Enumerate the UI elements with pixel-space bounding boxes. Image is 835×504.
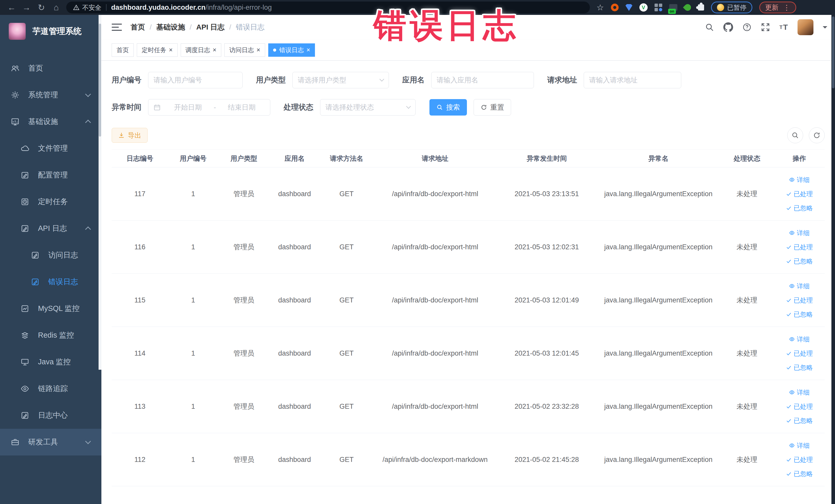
request-url-input[interactable]: 请输入请求地址 [584,72,681,88]
breadcrumb-item-0[interactable]: 首页 [131,22,145,32]
bookmark-star-icon[interactable]: ☆ [596,3,604,12]
reload-icon[interactable]: ↻ [34,2,49,13]
extension-orange-icon[interactable] [611,4,618,11]
close-tab-icon[interactable]: × [169,47,173,53]
sidebar-item-3[interactable]: 文件管理 [0,135,101,162]
sidebar-scrollbar[interactable] [99,15,101,370]
action-check-link[interactable]: 已忽略 [786,310,813,319]
export-button[interactable]: 导出 [111,128,148,143]
action-view-link[interactable]: 详细 [789,229,810,237]
breadcrumb-item-1[interactable]: 基础设施 [156,22,185,32]
sidebar-item-7[interactable]: 访问日志 [0,242,101,268]
action-view-link[interactable]: 详细 [789,335,810,344]
browser-menu-icon[interactable]: ⋮ [783,3,790,12]
action-check-link[interactable]: 已处理 [786,190,813,198]
close-tab-icon[interactable]: × [306,47,310,53]
action-check-link[interactable]: 已处理 [786,402,813,411]
breadcrumb-item-2[interactable]: API 日志 [196,22,225,32]
cell-url: /api/infra/db-doc/export-html [373,274,497,327]
sidebar-item-10[interactable]: Redis 监控 [0,322,101,349]
action-check-link[interactable]: 已忽略 [786,257,813,265]
filter-user-id: 用户编号 请输入用户编号 [111,72,243,88]
hide-search-button[interactable] [787,127,803,143]
check-icon [786,365,792,370]
gear-icon [11,90,20,99]
sidebar-item-5[interactable]: 定时任务 [0,188,101,215]
chevron-down-icon[interactable] [823,26,827,31]
sidebar-item-8[interactable]: 错误日志 [0,268,101,295]
sidebar-item-2[interactable]: 基础设施 [0,108,101,135]
hamburger-icon[interactable] [111,24,122,31]
sidebar-item-9[interactable]: MySQL 监控 [0,295,101,322]
user-id-input[interactable]: 请输入用户编号 [148,72,243,88]
page-scrollbar-thumb[interactable] [832,16,834,88]
action-view-link[interactable]: 详细 [789,441,810,450]
fullscreen-icon[interactable] [761,23,770,32]
cell-user_type: 管理员 [218,327,269,380]
browser-update-button[interactable]: 更新 ⋮ [759,2,796,13]
close-tab-icon[interactable]: × [257,47,260,53]
sidebar-scrollbar-thumb[interactable] [99,24,101,137]
file-icon [21,144,29,153]
check-icon [786,350,792,356]
sidebar-item-label: 基础设施 [28,117,58,127]
table-toolbar: 导出 [111,127,825,143]
cell-app: dashboard [269,327,320,380]
sidebar-item-13[interactable]: 日志中心 [0,402,101,429]
cell-url: /api/infra/db-doc/export-markdown [373,433,497,486]
refresh-button[interactable] [809,127,825,143]
action-check-link[interactable]: 已忽略 [786,469,813,478]
sidebar-item-1[interactable]: 系统管理 [0,82,101,108]
sidebar-item-14[interactable]: 研发工具 [0,429,101,456]
app-logo[interactable]: 芋道管理系统 [0,15,101,48]
extension-switch-icon[interactable]: on [669,4,677,11]
help-icon[interactable] [742,23,752,32]
tab-4[interactable]: 错误日志× [268,43,315,57]
action-view-link[interactable]: 详细 [789,388,810,397]
app-name-input[interactable]: 请输入应用名 [431,72,534,88]
font-size-icon[interactable]: TT [779,23,788,32]
action-check-link[interactable]: 已忽略 [786,417,813,425]
breadcrumb: 首页/基础设施/API 日志/错误日志 [131,22,265,32]
extension-shield-icon[interactable] [626,4,632,11]
extension-grid-icon[interactable] [655,4,662,11]
tab-0[interactable]: 首页 [111,43,134,57]
reset-button[interactable]: 重置 [474,99,511,116]
action-check-link[interactable]: 已忽略 [786,204,813,212]
extension-leaf-icon[interactable] [683,3,692,12]
tab-3[interactable]: 访问日志× [224,43,265,57]
search-icon[interactable] [705,23,714,32]
sidebar-item-6[interactable]: API 日志 [0,215,101,242]
sidebar-item-0[interactable]: 首页 [0,55,101,82]
action-view-link[interactable]: 详细 [789,282,810,290]
user-type-label: 用户类型 [256,75,286,85]
log-icon [21,411,29,420]
paused-extension-badge[interactable]: 已暂停 [711,2,752,13]
cell-user_type: 管理员 [218,433,269,486]
action-check-link[interactable]: 已处理 [786,349,813,358]
sidebar-item-12[interactable]: 链路追踪 [0,375,101,402]
action-check-link[interactable]: 已处理 [786,243,813,251]
close-tab-icon[interactable]: × [213,47,217,53]
sidebar-item-11[interactable]: Java 监控 [0,349,101,375]
extension-green-icon[interactable]: V [639,3,648,12]
filter-exception-time: 异常时间 开始日期 - 结束日期 [111,99,270,116]
action-check-link[interactable]: 已处理 [786,456,813,464]
tab-2[interactable]: 调度日志× [181,43,222,57]
action-check-link[interactable]: 已处理 [786,296,813,304]
process-status-select[interactable]: 请选择处理状态 [320,99,415,116]
extensions-puzzle-icon[interactable] [698,4,704,11]
back-icon[interactable]: ← [4,2,19,13]
action-check-link[interactable]: 已忽略 [786,363,813,372]
action-view-link[interactable]: 详细 [789,176,810,184]
sidebar-item-4[interactable]: 配置管理 [0,162,101,188]
user-type-select[interactable]: 请选择用户类型 [292,72,389,88]
search-button[interactable]: 搜索 [429,99,467,116]
date-range-input[interactable]: 开始日期 - 结束日期 [148,99,270,116]
home-icon[interactable]: ⌂ [49,2,64,13]
forward-icon[interactable]: → [19,2,34,13]
tab-1[interactable]: 定时任务× [137,43,178,57]
avatar[interactable] [797,19,813,35]
github-icon[interactable] [724,22,733,32]
page-scrollbar[interactable] [831,15,835,504]
